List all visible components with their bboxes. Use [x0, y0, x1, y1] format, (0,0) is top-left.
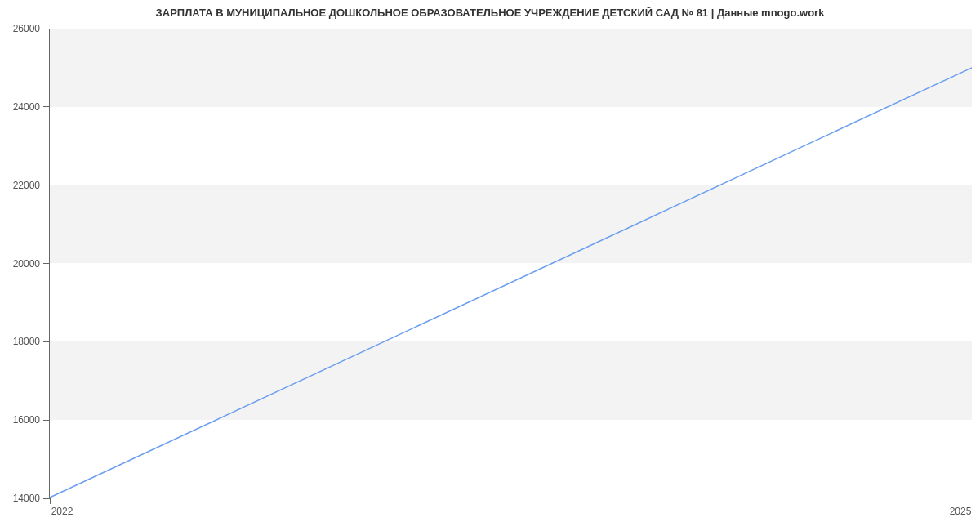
- y-tick: [43, 263, 50, 264]
- y-tick-label: 16000: [13, 414, 40, 426]
- y-tick-label: 20000: [13, 258, 40, 270]
- y-tick-label: 14000: [13, 493, 40, 504]
- chart-container: ЗАРПЛАТА В МУНИЦИПАЛЬНОЕ ДОШКОЛЬНОЕ ОБРА…: [0, 0, 980, 531]
- x-tick-label: 2025: [950, 506, 972, 517]
- y-tick-label: 26000: [13, 23, 40, 34]
- y-tick: [43, 185, 50, 185]
- data-line: [50, 68, 972, 498]
- y-tick-label: 22000: [13, 180, 40, 191]
- x-tick: [973, 498, 973, 504]
- x-tick-label: 2022: [51, 506, 74, 517]
- y-tick-label: 18000: [13, 336, 40, 347]
- y-tick: [43, 106, 50, 107]
- chart-title: ЗАРПЛАТА В МУНИЦИПАЛЬНОЕ ДОШКОЛЬНОЕ ОБРА…: [0, 7, 980, 19]
- y-tick: [43, 341, 50, 342]
- y-tick: [43, 29, 50, 29]
- plot-area: 1400016000180002000022000240002600020222…: [49, 29, 972, 498]
- chart-line-svg: [50, 29, 972, 498]
- y-tick: [43, 420, 50, 421]
- x-tick: [50, 498, 51, 504]
- y-tick-label: 24000: [13, 101, 40, 113]
